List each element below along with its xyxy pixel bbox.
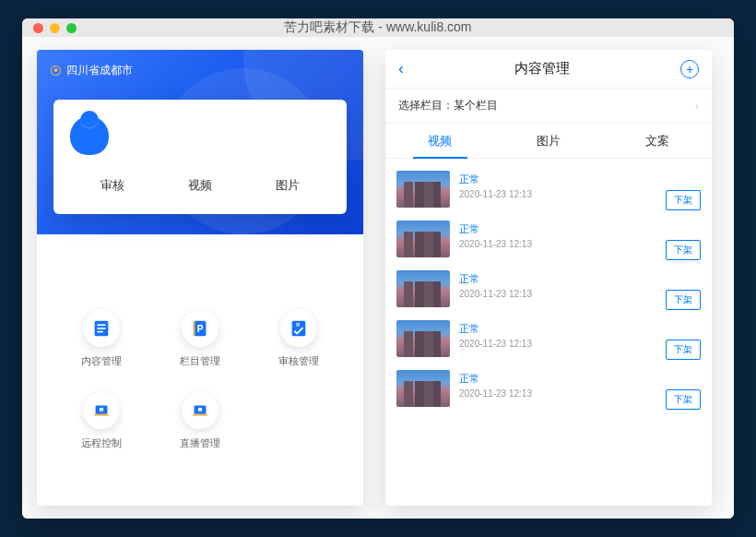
- grid-content-manage[interactable]: 内容管理: [57, 310, 147, 368]
- grid-live-manage[interactable]: e 直播管理: [156, 392, 245, 450]
- svg-text:e: e: [199, 409, 201, 412]
- grid-label: 审核管理: [278, 354, 319, 368]
- card-tab-video[interactable]: 视频: [188, 177, 212, 194]
- list-icon: [83, 310, 120, 347]
- list-item[interactable]: 正常 2020-11-23 12:13 下架: [395, 314, 703, 364]
- laptop-icon: e: [182, 392, 219, 429]
- timestamp: 2020-11-23 12:13: [459, 189, 701, 199]
- grid-label: 远程控制: [81, 436, 122, 450]
- location-pin-icon: ⦿: [50, 64, 62, 78]
- add-button[interactable]: +: [680, 60, 699, 78]
- location-label[interactable]: ⦿ 四川省成都市: [50, 63, 133, 78]
- p-icon: P: [182, 310, 219, 347]
- svg-rect-1: [98, 324, 106, 326]
- grid-review-manage[interactable]: R 审核管理: [254, 310, 343, 368]
- offline-button[interactable]: 下架: [666, 389, 701, 410]
- page-title: 内容管理: [514, 60, 570, 78]
- list-item[interactable]: 正常 2020-11-23 12:13 下架: [395, 214, 703, 264]
- list-item[interactable]: 正常 2020-11-23 12:13 下架: [395, 264, 703, 314]
- app-window: 苦力吧素材下载 - www.kuli8.com ⦿ 四川省成都市 审核 视频 图…: [22, 18, 734, 519]
- page-header: ‹ 内容管理 +: [385, 50, 712, 89]
- tab-text[interactable]: 文案: [603, 124, 712, 158]
- location-text: 四川省成都市: [66, 63, 133, 78]
- status-badge: 正常: [459, 173, 701, 186]
- grid-label: 栏目管理: [180, 354, 220, 368]
- status-badge: 正常: [459, 372, 701, 386]
- svg-text:R: R: [296, 322, 300, 328]
- status-badge: 正常: [459, 222, 701, 236]
- feature-grid: 内容管理 P 栏目管理 R 审核管理 e: [37, 297, 363, 450]
- grid-remote-control[interactable]: e 远程控制: [57, 392, 147, 450]
- selector-label: 选择栏目：某个栏目: [398, 98, 498, 113]
- chevron-right-icon: ›: [695, 100, 699, 113]
- item-text: 正常 2020-11-23 12:13: [459, 320, 701, 357]
- offline-button[interactable]: 下架: [666, 190, 701, 210]
- thumbnail-icon: [396, 320, 450, 357]
- thumbnail-icon: [396, 221, 450, 257]
- thumbnail-icon: [396, 270, 450, 307]
- window-controls: [33, 23, 77, 33]
- card-tab-image[interactable]: 图片: [276, 177, 300, 194]
- grid-label: 内容管理: [81, 354, 122, 368]
- check-icon: R: [280, 310, 317, 347]
- svg-text:e: e: [100, 409, 102, 412]
- item-text: 正常 2020-11-23 12:13: [459, 171, 701, 208]
- minimize-icon[interactable]: [50, 23, 60, 33]
- content-tabs: 视频 图片 文案: [385, 124, 712, 159]
- status-badge: 正常: [459, 322, 701, 336]
- svg-text:P: P: [197, 324, 204, 334]
- status-badge: 正常: [459, 272, 701, 286]
- grid-label: 直播管理: [180, 436, 220, 450]
- list-item[interactable]: 正常 2020-11-23 12:13 下架: [395, 164, 703, 214]
- svg-rect-9: [94, 414, 110, 416]
- avatar-icon[interactable]: [70, 116, 109, 155]
- close-icon[interactable]: [33, 23, 43, 33]
- content-area: ⦿ 四川省成都市 审核 视频 图片 内容管理: [22, 37, 734, 519]
- column-selector[interactable]: 选择栏目：某个栏目 ›: [385, 89, 712, 124]
- thumbnail-icon: [396, 171, 450, 208]
- offline-button[interactable]: 下架: [666, 340, 701, 360]
- tab-video[interactable]: 视频: [385, 124, 494, 158]
- offline-button[interactable]: 下架: [666, 290, 701, 310]
- list-item[interactable]: 正常 2020-11-23 12:13 下架: [395, 364, 703, 413]
- window-title: 苦力吧素材下载 - www.kuli8.com: [284, 19, 471, 36]
- laptop-icon: e: [83, 392, 120, 429]
- card-tab-review[interactable]: 审核: [100, 177, 124, 194]
- svg-rect-2: [98, 328, 106, 329]
- offline-button[interactable]: 下架: [666, 240, 701, 260]
- card-tabs: 审核 视频 图片: [70, 177, 330, 194]
- left-phone-screen: ⦿ 四川省成都市 审核 视频 图片 内容管理: [37, 50, 363, 506]
- svg-rect-13: [193, 414, 208, 416]
- maximize-icon[interactable]: [66, 23, 77, 33]
- timestamp: 2020-11-23 12:13: [459, 388, 701, 399]
- titlebar: 苦力吧素材下载 - www.kuli8.com: [22, 18, 734, 37]
- thumbnail-icon: [396, 370, 450, 407]
- back-button[interactable]: ‹: [398, 59, 404, 78]
- svg-rect-3: [98, 331, 103, 333]
- item-text: 正常 2020-11-23 12:13: [459, 270, 701, 307]
- timestamp: 2020-11-23 12:13: [459, 239, 701, 249]
- profile-card: 审核 视频 图片: [53, 100, 347, 214]
- item-text: 正常 2020-11-23 12:13: [459, 370, 701, 407]
- grid-column-manage[interactable]: P 栏目管理: [156, 310, 245, 368]
- timestamp: 2020-11-23 12:13: [459, 339, 701, 349]
- timestamp: 2020-11-23 12:13: [459, 289, 701, 299]
- right-phone-screen: ‹ 内容管理 + 选择栏目：某个栏目 › 视频 图片 文案 正常 2020-11…: [385, 50, 712, 506]
- tab-image[interactable]: 图片: [494, 124, 603, 158]
- content-list: 正常 2020-11-23 12:13 下架 正常 2020-11-23 12:…: [385, 159, 712, 506]
- item-text: 正常 2020-11-23 12:13: [459, 221, 701, 257]
